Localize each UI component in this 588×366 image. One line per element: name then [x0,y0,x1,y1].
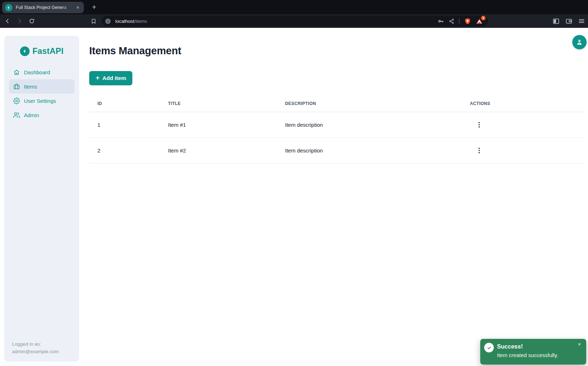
user-avatar-button[interactable] [572,35,587,49]
site-info-icon[interactable]: i [105,19,111,24]
kebab-menu-button[interactable] [474,146,484,156]
browser-tab[interactable]: Full Stack Project Genera × [2,2,84,13]
main-panel: Items Management + Add Item ID TITLE DES… [85,28,588,366]
logged-in-label: Logged in as: [12,340,74,348]
fastapi-favicon-bolt-icon [5,4,12,11]
column-header-actions: ACTIONS [462,101,583,106]
page-content: FastAPI Dashboard Items [0,28,588,366]
tab-close-icon[interactable]: × [75,4,81,11]
sidebar-item-items[interactable]: Items [9,79,75,94]
sidebar-item-label: Items [24,84,37,90]
logged-in-email: admin@example.com [12,348,74,355]
browser-toolbar: i localhost/items [0,14,588,28]
reload-button[interactable] [27,16,37,26]
toast-message: Item created successfully. [497,352,558,358]
users-icon [13,112,20,119]
forward-button[interactable] [15,16,25,26]
back-button[interactable] [2,16,12,26]
menu-hamburger-icon[interactable] [578,17,585,25]
rewards-badge: 1 [481,16,486,20]
add-item-label: Add Item [102,75,126,81]
tab-strip: Full Stack Project Genera × + × [0,0,588,14]
gear-icon [13,97,20,104]
url-text: localhost/items [115,19,147,24]
sidebar-item-label: User Settings [24,98,56,104]
table-row: 1 Item #1 Item description [89,112,583,138]
sidebar-item-user-settings[interactable]: User Settings [9,94,75,108]
home-icon [13,69,20,76]
plus-icon: + [96,74,100,82]
browser-window: Full Stack Project Genera × + × [0,0,588,366]
column-header-description: DESCRIPTION [277,101,462,106]
items-table: ID TITLE DESCRIPTION ACTIONS 1 Item #1 I… [89,94,583,164]
sidebar-nav: Dashboard Items User Settings [9,65,75,122]
cell-title: Item #2 [160,147,277,154]
user-icon [576,38,583,46]
toolbar-right-icons [552,16,585,26]
sidebar-item-label: Dashboard [24,69,50,75]
sidebar-panel-icon[interactable] [552,17,560,25]
divider [459,18,460,24]
new-tab-button[interactable]: + [90,3,98,12]
cell-description: Item description [277,122,462,128]
urlbar-actions: 1 [437,17,483,25]
success-toast: Success! Item created successfully. × [480,339,586,365]
cell-description: Item description [277,147,462,154]
share-icon[interactable] [448,18,455,24]
fastapi-logo: FastAPI [4,46,79,56]
page-title: Items Management [89,45,588,57]
sidebar-footer: Logged in as: admin@example.com [4,340,79,362]
sidebar-item-dashboard[interactable]: Dashboard [9,65,75,79]
add-item-button[interactable]: + Add Item [89,71,132,85]
sidebar-item-label: Admin [24,112,39,118]
check-circle-icon [484,343,494,352]
table-row: 2 Item #2 Item description [89,138,583,164]
cell-id: 2 [89,147,160,154]
cell-title: Item #1 [160,122,277,128]
tab-title: Full Stack Project Genera [16,5,75,10]
url-host: localhost [115,19,134,24]
column-header-id: ID [89,101,160,106]
briefcase-icon [13,83,20,90]
wallet-icon[interactable] [565,17,573,25]
url-path: /items [134,19,147,24]
toast-close-icon[interactable]: × [576,340,583,348]
cell-actions [462,146,583,156]
url-bar[interactable]: i localhost/items [102,16,488,26]
toast-title: Success! [497,343,523,350]
table-header-row: ID TITLE DESCRIPTION ACTIONS [89,94,583,112]
kebab-menu-button[interactable] [474,120,484,130]
sidebar-item-admin[interactable]: Admin [9,108,75,122]
cell-id: 1 [89,122,160,128]
brave-rewards-button[interactable]: 1 [476,17,483,25]
logo-text: FastAPI [32,46,64,56]
cell-actions [462,120,583,130]
bookmark-icon[interactable] [88,16,98,26]
fastapi-bolt-icon [20,46,30,56]
brave-shield-icon[interactable] [464,17,471,25]
key-icon[interactable] [437,18,444,25]
sidebar: FastAPI Dashboard Items [4,36,79,362]
column-header-title: TITLE [160,101,277,106]
